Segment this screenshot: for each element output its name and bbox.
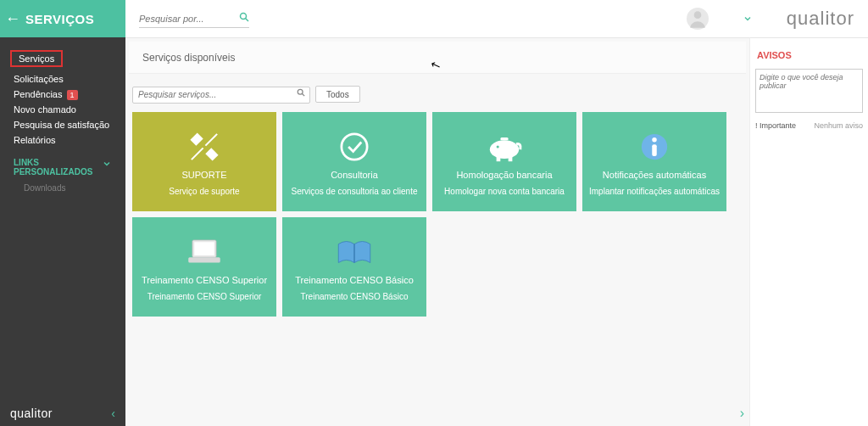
card-treinamento-superior[interactable]: Treinamento CENSO Superior Treinamento C…: [132, 217, 276, 317]
card-title: Treinamento CENSO Superior: [142, 275, 267, 285]
svg-rect-10: [509, 155, 513, 160]
card-homologacao[interactable]: Homologação bancaria Homologar nova cont…: [432, 112, 576, 211]
card-title: Notificações automáticas: [603, 170, 706, 180]
sidebar-item-relatorios[interactable]: Relatórios: [14, 132, 125, 148]
avatar[interactable]: [687, 8, 709, 30]
header-left: ← SERVIÇOS: [0, 0, 125, 37]
card-subtitle: Serviços de consultoria ao cliente: [292, 187, 418, 196]
sidebar-item-label: Serviços: [10, 50, 63, 67]
svg-line-4: [302, 93, 304, 96]
sidebar: Serviços Solicitações Pendências 1 Novo …: [0, 37, 125, 426]
footer-brand: qualitor: [10, 406, 53, 420]
info-icon: [636, 127, 673, 166]
back-arrow-icon[interactable]: ←: [5, 10, 20, 28]
sidebar-item-pesquisa[interactable]: Pesquisa de satisfação: [14, 117, 125, 132]
sidebar-menu: Serviços Solicitações Pendências 1 Novo …: [0, 37, 125, 148]
svg-point-7: [497, 145, 499, 148]
header-right: qualitor: [125, 0, 868, 37]
piggy-icon: [483, 127, 526, 166]
card-subtitle: Treinamento CENSO Superior: [147, 292, 262, 301]
svg-rect-15: [194, 242, 214, 255]
card-title: Homologação bancaria: [456, 170, 552, 180]
book-icon: [333, 233, 376, 272]
filter-all-button[interactable]: Todos: [315, 86, 360, 103]
important-label: ! Importante: [755, 121, 796, 130]
panel-title: Serviços disponíveis: [142, 52, 235, 64]
card-subtitle: Serviço de suporte: [169, 187, 239, 196]
card-subtitle: Implantar notificações automáticas: [589, 187, 720, 196]
svg-point-5: [342, 133, 367, 159]
tools-icon: [186, 127, 223, 166]
laptop-icon: [183, 233, 225, 272]
card-consultoria[interactable]: Consultoria Serviços de consultoria ao c…: [282, 112, 426, 211]
post-textarea[interactable]: [755, 69, 863, 113]
service-filter[interactable]: [132, 86, 310, 104]
links-title: LINKS PERSONALIZADOS: [0, 148, 102, 180]
svg-point-2: [694, 11, 702, 19]
search-icon[interactable]: [297, 88, 305, 97]
user-area: qualitor: [687, 8, 854, 30]
main-content: Serviços disponíveis Todos SUPORTE Servi…: [125, 37, 749, 426]
sidebar-item-label: Pendências: [14, 89, 63, 99]
svg-point-6: [490, 140, 519, 159]
no-notice-label: Nenhum aviso: [814, 121, 863, 130]
card-treinamento-basico[interactable]: Treinamento CENSO Básico Treinamento CEN…: [282, 217, 426, 317]
svg-rect-16: [188, 257, 220, 262]
app-title: SERVIÇOS: [25, 12, 94, 26]
pendencias-badge: 1: [67, 90, 78, 100]
sidebar-item-solicitacoes[interactable]: Solicitações: [14, 71, 125, 87]
card-subtitle: Homologar nova conta bancaria: [444, 187, 565, 196]
svg-point-12: [652, 137, 657, 143]
notice-row: ! Importante Nenhum aviso: [755, 121, 863, 130]
card-subtitle: Treinamento CENSO Básico: [301, 292, 409, 301]
brand-logo: qualitor: [787, 8, 854, 30]
downloads-link[interactable]: Downloads: [0, 180, 125, 193]
search-icon[interactable]: [239, 12, 249, 22]
links-section[interactable]: LINKS PERSONALIZADOS: [0, 148, 125, 180]
card-title: SUPORTE: [182, 170, 227, 180]
panel-header: Serviços disponíveis: [129, 42, 746, 74]
top-header: ← SERVIÇOS qualitor: [0, 0, 868, 37]
svg-point-3: [298, 89, 303, 94]
global-search[interactable]: [139, 10, 249, 28]
collapse-sidebar-icon[interactable]: ‹: [111, 406, 115, 420]
svg-rect-9: [497, 155, 501, 160]
svg-rect-8: [500, 137, 508, 140]
sidebar-footer: qualitor ‹: [0, 401, 125, 426]
svg-rect-13: [652, 144, 657, 156]
chevron-down-icon[interactable]: [743, 14, 753, 24]
svg-point-0: [241, 13, 247, 19]
card-title: Treinamento CENSO Básico: [295, 275, 414, 285]
cards-grid: SUPORTE Serviço de suporte Consultoria S…: [125, 109, 749, 320]
card-title: Consultoria: [331, 170, 378, 180]
chevron-down-icon[interactable]: [102, 159, 112, 169]
sidebar-item-novo-chamado[interactable]: Novo chamado: [14, 102, 125, 117]
right-panel: AVISOS ! Importante Nenhum aviso: [749, 37, 868, 426]
service-filter-input[interactable]: [132, 87, 310, 104]
sidebar-item-servicos[interactable]: Serviços: [14, 48, 125, 71]
avisos-title: AVISOS: [755, 50, 863, 60]
global-search-input[interactable]: [139, 10, 232, 27]
check-icon: [336, 127, 373, 166]
svg-line-1: [246, 18, 249, 21]
chevron-right-icon[interactable]: ›: [740, 406, 744, 421]
card-notificacoes[interactable]: Notificações automáticas Implantar notif…: [582, 112, 726, 211]
filter-row: Todos: [125, 77, 749, 109]
sidebar-item-pendencias[interactable]: Pendências 1: [14, 87, 125, 102]
card-suporte[interactable]: SUPORTE Serviço de suporte: [132, 112, 276, 211]
